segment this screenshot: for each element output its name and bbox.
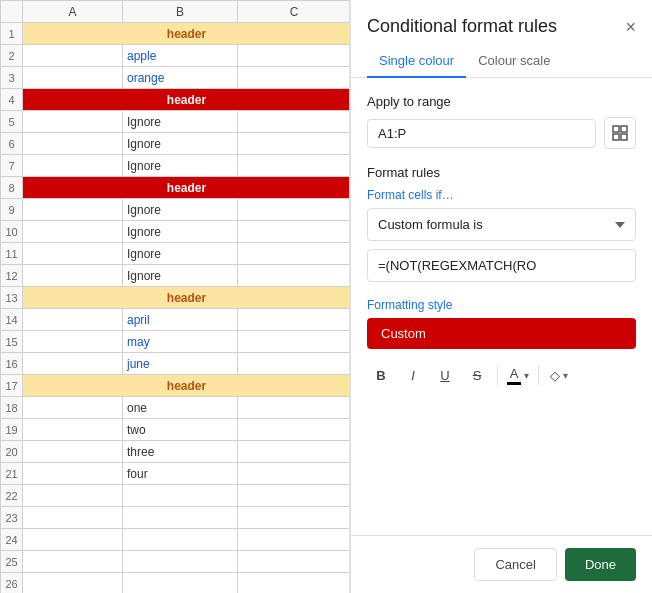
cell-b[interactable]: Ignore [123, 199, 238, 221]
cell-a[interactable] [23, 529, 123, 551]
range-input-row [367, 117, 636, 149]
cell-a[interactable]: header [23, 23, 351, 45]
cell-a[interactable]: header [23, 89, 351, 111]
cell-c[interactable] [238, 397, 351, 419]
cell-b[interactable]: Ignore [123, 111, 238, 133]
cell-a[interactable] [23, 155, 123, 177]
cell-c[interactable] [238, 155, 351, 177]
range-input[interactable] [367, 119, 596, 148]
cell-b[interactable]: three [123, 441, 238, 463]
conditional-format-panel: Conditional format rules × Single colour… [350, 0, 652, 593]
done-button[interactable]: Done [565, 548, 636, 581]
cell-b[interactable]: Ignore [123, 155, 238, 177]
bold-button[interactable]: B [367, 361, 395, 389]
cell-a[interactable] [23, 331, 123, 353]
cell-b[interactable]: apple [123, 45, 238, 67]
underline-button[interactable]: U [431, 361, 459, 389]
cell-a[interactable]: header [23, 287, 351, 309]
cell-a[interactable] [23, 441, 123, 463]
cell-c[interactable] [238, 353, 351, 375]
table-row: 10Ignore [1, 221, 351, 243]
cell-c[interactable] [238, 133, 351, 155]
table-row: 3orange [1, 67, 351, 89]
cell-b[interactable]: Ignore [123, 265, 238, 287]
cell-a[interactable] [23, 67, 123, 89]
col-header-c[interactable]: C [238, 1, 351, 23]
cell-b[interactable]: one [123, 397, 238, 419]
cell-c[interactable] [238, 573, 351, 594]
cell-c[interactable] [238, 529, 351, 551]
cell-c[interactable] [238, 199, 351, 221]
format-condition-dropdown[interactable]: Custom formula is [367, 208, 636, 241]
col-header-b[interactable]: B [123, 1, 238, 23]
cell-b[interactable] [123, 507, 238, 529]
grid-select-button[interactable] [604, 117, 636, 149]
formula-input[interactable] [367, 249, 636, 282]
cell-b[interactable]: four [123, 463, 238, 485]
cell-c[interactable] [238, 111, 351, 133]
cell-a[interactable] [23, 199, 123, 221]
fill-color-button[interactable]: ◇ ▾ [545, 361, 573, 389]
cell-c[interactable] [238, 551, 351, 573]
cell-a[interactable] [23, 265, 123, 287]
cell-c[interactable] [238, 507, 351, 529]
tab-single-colour[interactable]: Single colour [367, 45, 466, 78]
cell-b[interactable]: june [123, 353, 238, 375]
cell-c[interactable] [238, 331, 351, 353]
cell-c[interactable] [238, 463, 351, 485]
cell-a[interactable] [23, 133, 123, 155]
cell-a[interactable]: header [23, 375, 351, 397]
cell-c[interactable] [238, 67, 351, 89]
cell-b[interactable]: Ignore [123, 243, 238, 265]
cell-a[interactable] [23, 419, 123, 441]
table-row: 25 [1, 551, 351, 573]
col-header-a[interactable]: A [23, 1, 123, 23]
cell-a[interactable] [23, 353, 123, 375]
cell-b[interactable]: two [123, 419, 238, 441]
table-row: 17header [1, 375, 351, 397]
cell-b[interactable] [123, 529, 238, 551]
custom-style-button[interactable]: Custom [367, 318, 636, 349]
cell-b[interactable]: Ignore [123, 221, 238, 243]
cell-b[interactable]: may [123, 331, 238, 353]
cell-a[interactable] [23, 507, 123, 529]
strikethrough-button[interactable]: S [463, 361, 491, 389]
cell-a[interactable] [23, 573, 123, 594]
cell-b[interactable]: april [123, 309, 238, 331]
table-row: 16june [1, 353, 351, 375]
cell-b[interactable] [123, 485, 238, 507]
row-number: 10 [1, 221, 23, 243]
cell-a[interactable] [23, 111, 123, 133]
cell-c[interactable] [238, 309, 351, 331]
cell-c[interactable] [238, 265, 351, 287]
cell-c[interactable] [238, 441, 351, 463]
cell-a[interactable] [23, 309, 123, 331]
table-row: 12Ignore [1, 265, 351, 287]
spreadsheet: A B C 1header2apple3orange4header5Ignore… [0, 0, 350, 593]
cell-a[interactable] [23, 551, 123, 573]
cancel-button[interactable]: Cancel [474, 548, 556, 581]
table-row: 7Ignore [1, 155, 351, 177]
close-button[interactable]: × [625, 18, 636, 36]
cell-c[interactable] [238, 221, 351, 243]
cell-a[interactable] [23, 485, 123, 507]
cell-c[interactable] [238, 485, 351, 507]
formatting-toolbar: B I U S A ▾ ◇ ▾ [367, 357, 636, 393]
cell-b[interactable] [123, 573, 238, 594]
cell-b[interactable] [123, 551, 238, 573]
cell-c[interactable] [238, 45, 351, 67]
cell-c[interactable] [238, 243, 351, 265]
cell-b[interactable]: Ignore [123, 133, 238, 155]
svg-rect-1 [621, 126, 627, 132]
cell-b[interactable]: orange [123, 67, 238, 89]
cell-a[interactable] [23, 221, 123, 243]
italic-button[interactable]: I [399, 361, 427, 389]
cell-a[interactable] [23, 397, 123, 419]
cell-c[interactable] [238, 419, 351, 441]
cell-a[interactable] [23, 243, 123, 265]
tab-colour-scale[interactable]: Colour scale [466, 45, 562, 78]
cell-a[interactable] [23, 463, 123, 485]
font-color-button[interactable]: A ▾ [504, 361, 532, 389]
cell-a[interactable] [23, 45, 123, 67]
cell-a[interactable]: header [23, 177, 351, 199]
